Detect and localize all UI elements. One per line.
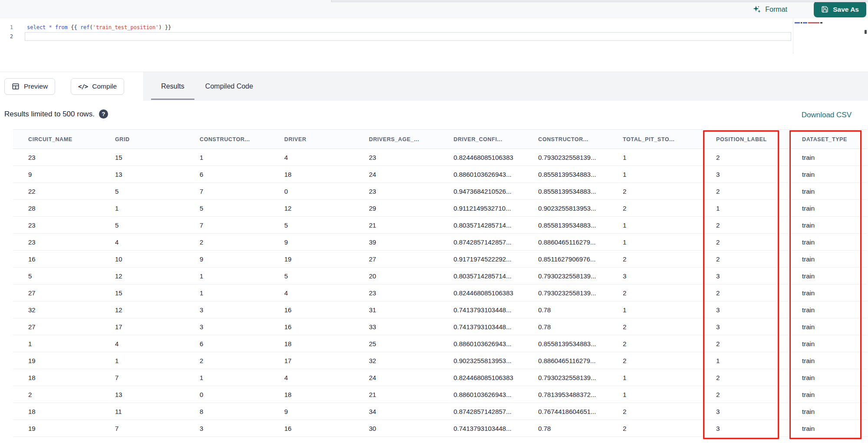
table-cell: 1: [115, 357, 200, 364]
table-cell: 1: [200, 272, 284, 280]
format-button[interactable]: Format: [753, 4, 787, 15]
line-number-2: 2: [4, 33, 13, 40]
table-cell: 0.9023255813953...: [454, 357, 538, 364]
code-token-function: ref: [80, 24, 90, 30]
table-cell: 13: [115, 171, 200, 178]
table-cell: 1: [623, 306, 716, 314]
save-as-button-label: Save As: [833, 6, 859, 13]
editor-minimap[interactable]: [793, 18, 868, 54]
table-cell: 2: [716, 289, 802, 297]
table-cell: 5: [115, 188, 200, 195]
table-cell: 19: [28, 425, 115, 432]
table-cell: 4: [284, 289, 369, 297]
compile-button[interactable]: </> Compile: [71, 78, 124, 95]
line-number-1: 1: [4, 24, 13, 30]
table-cell: 1: [623, 154, 716, 161]
table-cell: 0.8860103626943...: [454, 171, 538, 178]
table-cell: 1: [623, 171, 716, 178]
table-cell: 28: [28, 205, 115, 212]
table-cell: 2: [623, 323, 716, 331]
preview-button[interactable]: Preview: [4, 78, 55, 95]
results-table: CIRCUIT_NAMEGRIDCONSTRUCTOR...DRIVERDRIV…: [0, 129, 868, 443]
save-as-button[interactable]: Save As: [814, 1, 866, 17]
tab-compiled-code[interactable]: Compiled Code: [200, 72, 259, 101]
table-row: 3212316310.7413793103448...0.7813train: [13, 301, 867, 318]
table-cell: 0.9112149532710...: [454, 205, 538, 212]
table-cell: 0.7674418604651...: [538, 408, 623, 415]
table-cell: 5: [284, 222, 369, 229]
table-cell: 24: [369, 374, 454, 381]
table-cell: 10: [115, 255, 200, 263]
table-cell: 0.78: [538, 306, 623, 314]
table-cell: 0.8558139534883...: [538, 188, 623, 195]
table-cell: 21: [369, 391, 454, 398]
table-cell: 27: [28, 289, 115, 297]
code-token-plain: [77, 24, 80, 30]
active-line-highlight[interactable]: [25, 32, 791, 41]
table-cell: 0.824468085106383: [454, 289, 538, 297]
active-tab-underline: [151, 99, 194, 100]
table-cell: 0.8860465116279...: [538, 238, 623, 246]
table-cell: 0.78: [538, 323, 623, 331]
sparkles-icon: [753, 5, 761, 14]
table-cell: 9: [284, 238, 369, 246]
column-header: CIRCUIT_NAME: [28, 136, 115, 142]
table-cell: 3: [623, 272, 716, 280]
table-cell: 20: [369, 272, 454, 280]
table-row: 271514230.8244680851063830.7930232558139…: [13, 284, 867, 301]
table-cell: 5: [200, 205, 284, 212]
tab-results[interactable]: Results: [151, 72, 194, 101]
question-mark-icon[interactable]: ?: [99, 109, 108, 119]
table-cell: 8: [200, 408, 284, 415]
sql-code-editor[interactable]: 1 2 select * from {{ ref('train_test_pos…: [0, 18, 868, 72]
table-cell: 16: [284, 306, 369, 314]
code-token-keyword: from: [55, 24, 68, 30]
table-cell: 39: [369, 238, 454, 246]
table-cell: 0.9473684210526...: [454, 188, 538, 195]
table-cell: train: [802, 289, 867, 297]
table-cell: 1: [623, 391, 716, 398]
table-cell: 7: [115, 425, 200, 432]
results-panel-header: Preview </> Compile Results Compiled Cod…: [0, 72, 868, 101]
table-cell: 1: [623, 222, 716, 229]
table-row: 22570230.9473684210526...0.8558139534883…: [13, 183, 867, 200]
table-cell: 1: [115, 205, 200, 212]
table-row: 197316300.7413793103448...0.7823train: [13, 420, 867, 437]
table-row: 2717316330.7413793103448...0.7823train: [13, 318, 867, 335]
table-cell: train: [802, 408, 867, 415]
code-token-plain: [46, 24, 49, 30]
table-cell: 2: [623, 340, 716, 347]
table-cell: 18: [284, 171, 369, 178]
table-cell: 32: [369, 357, 454, 364]
table-cell: 2: [623, 425, 716, 432]
code-line[interactable]: select * from {{ ref('train_test_positio…: [27, 24, 171, 31]
table-cell: 23: [369, 289, 454, 297]
table-cell: 18: [284, 340, 369, 347]
table-grid-icon: [12, 83, 20, 90]
table-cell: 27: [369, 255, 454, 263]
table-cell: 9: [284, 408, 369, 415]
code-token-plain: [52, 24, 55, 30]
editor-toolbar: Format Save As: [0, 0, 868, 18]
column-header: CONSTRUCTOR...: [538, 136, 623, 142]
table-cell: 0.7413793103448...: [454, 306, 538, 314]
table-cell: 0.8860465116279...: [538, 357, 623, 364]
table-cell: 2: [623, 357, 716, 364]
table-cell: 3: [716, 306, 802, 314]
table-cell: train: [802, 306, 867, 314]
download-csv-link[interactable]: Download CSV: [802, 111, 852, 119]
table-cell: 0.8035714285714...: [454, 272, 538, 280]
table-cell: 12: [115, 272, 200, 280]
table-cell: 6: [200, 171, 284, 178]
table-cell: 4: [115, 340, 200, 347]
table-cell: 2: [716, 255, 802, 263]
table-cell: 16: [284, 323, 369, 331]
table-cell: train: [802, 188, 867, 195]
column-header: POSITION_LABEL: [716, 136, 802, 142]
table-cell: 16: [284, 425, 369, 432]
table-cell: 2: [623, 289, 716, 297]
table-cell: 9: [28, 171, 115, 178]
scrollbar-thumb[interactable]: [865, 30, 867, 34]
table-cell: 33: [369, 323, 454, 331]
table-cell: 12: [115, 306, 200, 314]
